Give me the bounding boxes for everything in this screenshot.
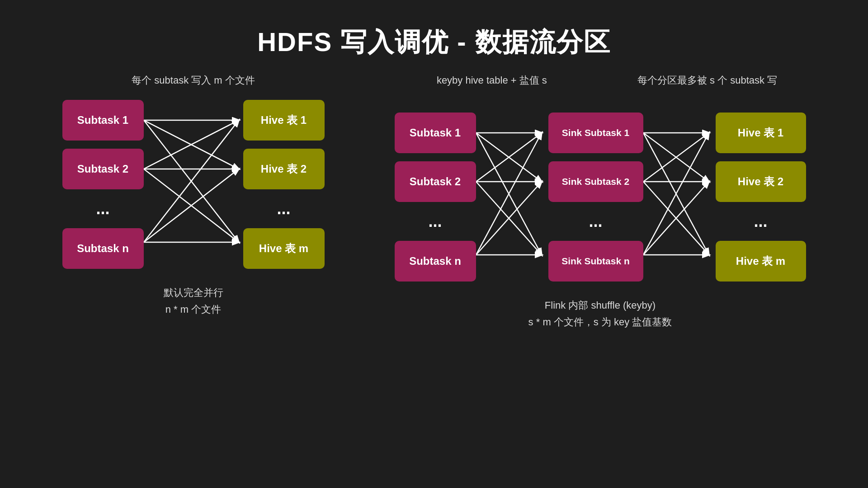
right-arrows1-svg (476, 113, 548, 284)
right-hive-dots: ... (720, 210, 802, 233)
right-hive-2: Hive 表 2 (716, 161, 806, 202)
left-hive-1: Hive 表 1 (243, 100, 325, 141)
page-title: HDFS 写入调优 - 数据流分区 (0, 0, 868, 60)
right-label1: keyby hive table + 盐值 s (437, 74, 547, 87)
right-sink-column: Sink Subtask 1 Sink Subtask 2 ... Sink S… (548, 113, 643, 282)
left-subtask-column: Subtask 1 Subtask 2 ... Subtask n (62, 100, 144, 269)
right-diagram-footer: Flink 内部 shuffle (keyby) s * m 个文件，s 为 k… (528, 297, 672, 331)
left-footer-line1: 默认完全并行 (164, 284, 223, 301)
right-top-labels: keyby hive table + 盐值 s 每个分区最多被 s 个 subt… (423, 74, 777, 100)
left-diagram-content: Subtask 1 Subtask 2 ... Subtask n (62, 100, 325, 272)
left-subtask-1: Subtask 1 (62, 100, 144, 141)
left-subtask-dots: ... (62, 197, 144, 220)
right-diagram-content: Subtask 1 Subtask 2 ... Subtask n (395, 113, 806, 284)
left-hive-column: Hive 表 1 Hive 表 2 ... Hive 表 m (243, 100, 325, 269)
right-subtask-column: Subtask 1 Subtask 2 ... Subtask n (395, 113, 476, 282)
right-subtask-1: Subtask 1 (395, 113, 476, 153)
right-subtask-dots: ... (395, 210, 476, 233)
left-hive-2: Hive 表 2 (243, 149, 325, 189)
left-hive-dots: ... (243, 197, 325, 220)
right-hive-1: Hive 表 1 (716, 113, 806, 153)
left-subtask-n: Subtask n (62, 228, 144, 269)
right-sink-dots: ... (555, 210, 637, 233)
right-arrows2-svg (643, 113, 716, 284)
right-hive-m: Hive 表 m (716, 241, 806, 282)
right-sink-n: Sink Subtask n (548, 241, 643, 282)
right-hive-column: Hive 表 1 Hive 表 2 ... Hive 表 m (716, 113, 806, 282)
right-diagram: keyby hive table + 盐值 s 每个分区最多被 s 个 subt… (395, 74, 806, 331)
left-hive-m: Hive 表 m (243, 228, 325, 269)
right-label2: 每个分区最多被 s 个 subtask 写 (637, 74, 777, 87)
right-sink-2: Sink Subtask 2 (548, 161, 643, 202)
left-subtask-2: Subtask 2 (62, 149, 144, 189)
left-arrows-svg (144, 100, 243, 272)
left-diagram-label: 每个 subtask 写入 m 个文件 (132, 74, 255, 87)
left-diagram-footer: 默认完全并行 n * m 个文件 (164, 284, 223, 318)
left-diagram: 每个 subtask 写入 m 个文件 Subtask 1 Subtask 2 … (62, 74, 325, 318)
right-subtask-2: Subtask 2 (395, 161, 476, 202)
main-container: 每个 subtask 写入 m 个文件 Subtask 1 Subtask 2 … (0, 74, 868, 331)
left-footer-line2: n * m 个文件 (164, 301, 223, 318)
right-footer-line2: s * m 个文件，s 为 key 盐值基数 (528, 314, 672, 330)
right-footer-line1: Flink 内部 shuffle (keyby) (528, 297, 672, 314)
right-subtask-n: Subtask n (395, 241, 476, 282)
right-sink-1: Sink Subtask 1 (548, 113, 643, 153)
